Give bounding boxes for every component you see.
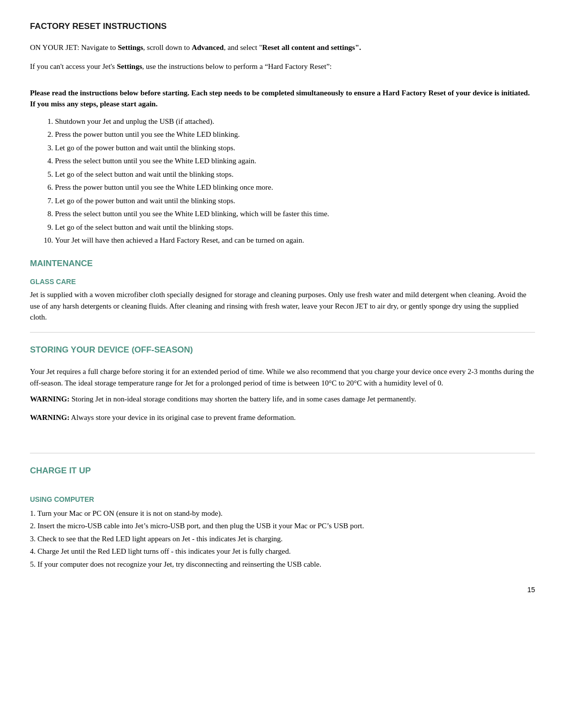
step-9: Let go of the select button and wait unt… (55, 222, 535, 233)
charge-heading: CHARGE IT UP (30, 464, 535, 477)
page-title: FACTORY RESET INSTRUCTIONS (30, 20, 535, 33)
step-6: Press the power button until you see the… (55, 182, 535, 193)
glass-care-body: Jet is supplied with a woven microfiber … (30, 289, 535, 323)
step-2: Press the power button until you see the… (55, 129, 535, 140)
charge-step-2: 2. Insert the micro-USB cable into Jet’s… (30, 520, 535, 532)
intro1-mid: , scroll down to (143, 43, 192, 51)
maintenance-heading: MAINTENANCE (30, 257, 535, 270)
warning1-text: Storing Jet in non-ideal storage conditi… (69, 395, 416, 403)
charge-step-5: 5. If your computer does not recognize y… (30, 559, 535, 570)
step-5: Let go of the select button and wait unt… (55, 169, 535, 180)
warning2-bold: WARNING: (30, 413, 69, 421)
page-number: 15 (30, 585, 535, 595)
charge-step-3: 3. Check to see that the Red LED light a… (30, 533, 535, 545)
step-10: Your Jet will have then achieved a Hard … (55, 235, 535, 246)
step-3: Let go of the power button and wait unti… (55, 142, 535, 154)
reset-steps-list: Shutdown your Jet and unplug the USB (if… (55, 116, 535, 246)
storing-heading: STORING YOUR DEVICE (OFF-SEASON) (30, 344, 535, 357)
intro1-bold1: Settings (118, 43, 143, 51)
using-computer-heading: USING COMPUTER (30, 494, 535, 505)
warning-1: WARNING: Storing Jet in non-ideal storag… (30, 393, 535, 405)
warning-2: WARNING: Always store your device in its… (30, 412, 535, 423)
instructions-bold-text: Please read the instructions below befor… (30, 87, 535, 110)
step-8: Press the select button until you see th… (55, 208, 535, 220)
warning1-bold: WARNING: (30, 395, 69, 403)
step-4: Press the select button until you see th… (55, 155, 535, 167)
intro2-prefix: If you can't access your Jet's (30, 62, 117, 70)
divider-1 (30, 332, 535, 333)
glass-care-heading: GLASS CARE (30, 277, 535, 287)
step-7: Let go of the power button and wait unti… (55, 195, 535, 207)
intro2-bold: Settings (117, 62, 142, 70)
storing-body: Your Jet requires a full charge before s… (30, 366, 535, 388)
divider-2 (30, 453, 535, 453)
intro1-bold3: Reset all content and settings". (262, 43, 361, 51)
intro2-end: , use the instructions below to perform … (142, 62, 332, 70)
intro1-bold2: Advanced (192, 43, 224, 51)
charge-steps: 1. Turn your Mac or PC ON (ensure it is … (30, 508, 535, 570)
warning2-text: Always store your device in its original… (69, 413, 296, 421)
charge-step-4: 4. Charge Jet until the Red LED light tu… (30, 546, 535, 557)
intro-paragraph-1: ON YOUR JET: Navigate to Settings, scrol… (30, 42, 535, 53)
charge-step-1: 1. Turn your Mac or PC ON (ensure it is … (30, 508, 535, 519)
step-1: Shutdown your Jet and unplug the USB (if… (55, 116, 535, 127)
intro-paragraph-2: If you can't access your Jet's Settings,… (30, 61, 535, 72)
intro1-prefix: ON YOUR JET: Navigate to (30, 43, 118, 51)
intro1-end: , and select " (224, 43, 262, 51)
